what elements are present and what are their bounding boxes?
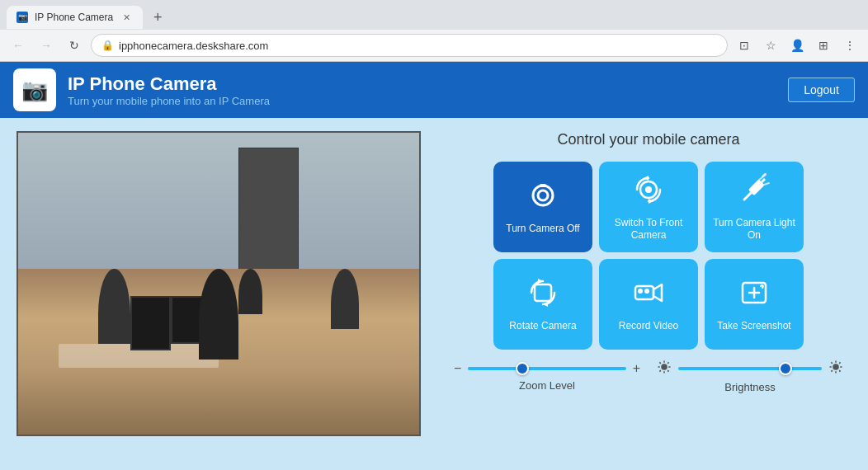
zoom-slider-group: − + Zoom Level [454,361,640,392]
take-screenshot-button[interactable]: Take Screenshot [705,259,804,350]
zoom-plus-icon: + [633,361,640,376]
profile-icon[interactable]: 👤 [785,34,809,57]
turn-camera-off-button[interactable]: Turn Camera Off [493,162,592,252]
switch-camera-icon [632,173,665,210]
ceiling [18,133,419,269]
flashlight-icon [738,173,771,210]
sliders-row: − + Zoom Level [446,360,851,393]
rotate-icon [526,276,559,313]
svg-rect-11 [535,284,551,301]
svg-point-4 [645,186,652,193]
brightness-low-icon [657,360,672,378]
svg-point-1 [538,190,548,200]
nav-bar: ← → ↻ 🔒 ipphonecamera.deskshare.com ⊡ ☆ … [0,30,868,61]
reload-button[interactable]: ↻ [63,34,86,57]
controls-title: Control your mobile camera [557,131,739,148]
camera-off-icon [526,179,559,216]
svg-line-27 [668,362,669,364]
brightness-slider-group: Brightness [657,360,843,393]
brightness-label: Brightness [724,381,775,393]
menu-icon[interactable]: ⋮ [838,34,861,57]
video-record-icon [632,276,665,313]
screenshot-icon [738,276,771,313]
svg-line-35 [831,370,833,372]
zoom-slider-track[interactable] [468,367,625,370]
app-title: IP Phone Camera [68,73,788,95]
cabinet [238,148,299,284]
zoom-slider-thumb[interactable] [516,362,529,375]
lock-icon: 🔒 [101,40,114,51]
svg-point-15 [644,289,649,294]
back-button[interactable]: ← [7,34,30,57]
url-text: ipphonecamera.deskshare.com [119,40,268,52]
svg-point-0 [533,186,553,205]
svg-line-34 [839,370,841,372]
svg-line-7 [744,190,754,200]
tab-bar: IP Phone Camera ✕ + [0,0,868,30]
bookmark-icon[interactable]: ☆ [759,34,782,57]
svg-marker-13 [653,284,662,301]
office-scene [18,133,419,435]
rotate-camera-button[interactable]: Rotate Camera [493,259,592,350]
zoom-slider-controls: − + [454,361,640,376]
app-title-block: IP Phone Camera Turn your mobile phone i… [68,73,788,107]
brightness-slider-track[interactable] [678,367,822,370]
turn-camera-off-label: Turn Camera Off [506,223,579,234]
svg-point-28 [833,364,839,370]
nav-right-icons: ⊡ ☆ 👤 ⊞ ⋮ [733,34,861,57]
svg-point-19 [661,364,668,370]
rotate-camera-label: Rotate Camera [509,320,576,331]
take-screenshot-label: Take Screenshot [717,320,790,331]
turn-camera-light-label: Turn Camera Light On [713,217,795,241]
svg-rect-2 [540,184,546,187]
forward-button[interactable]: → [35,34,58,57]
turn-camera-light-button[interactable]: Turn Camera Light On [705,162,804,252]
cast-icon[interactable]: ⊡ [733,34,756,57]
controls-panel: Control your mobile camera Turn Camera O… [446,131,851,453]
logout-button[interactable]: Logout [788,78,855,102]
brightness-slider-controls [657,360,843,378]
browser-chrome: IP Phone Camera ✕ + ← → ↻ 🔒 ipphonecamer… [0,0,868,62]
zoom-label: Zoom Level [519,379,575,392]
app-header: 📷 IP Phone Camera Turn your mobile phone… [0,62,868,118]
address-bar[interactable]: 🔒 ipphonecamera.deskshare.com [91,34,728,57]
svg-line-9 [764,183,769,185]
switch-front-camera-button[interactable]: Switch To Front Camera [599,162,698,252]
extensions-icon[interactable]: ⊞ [812,34,835,57]
tab-favicon [17,12,28,23]
tab-close-button[interactable]: ✕ [120,11,133,24]
new-tab-button[interactable]: + [146,6,169,29]
active-tab[interactable]: IP Phone Camera ✕ [7,6,143,29]
buttons-grid: Turn Camera Off Switch To Front Camera [493,162,804,350]
app-logo: 📷 [13,68,56,111]
app-subtitle: Turn your mobile phone into an IP Camera [68,95,788,107]
svg-rect-12 [635,286,653,299]
monitor1 [130,296,171,350]
svg-line-33 [831,362,833,364]
svg-line-36 [839,362,841,364]
brightness-slider-thumb[interactable] [779,362,792,375]
record-video-label: Record Video [619,320,679,331]
svg-point-14 [638,289,643,294]
camera-feed [17,131,421,436]
brightness-high-icon [828,360,843,378]
svg-line-25 [668,370,669,372]
svg-line-26 [659,370,661,372]
app-body: Control your mobile camera Turn Camera O… [0,118,868,466]
switch-front-camera-label: Switch To Front Camera [607,217,690,241]
svg-line-24 [659,362,661,364]
tab-title: IP Phone Camera [35,12,113,23]
record-video-button[interactable]: Record Video [599,259,698,350]
zoom-minus-icon: − [454,361,461,376]
